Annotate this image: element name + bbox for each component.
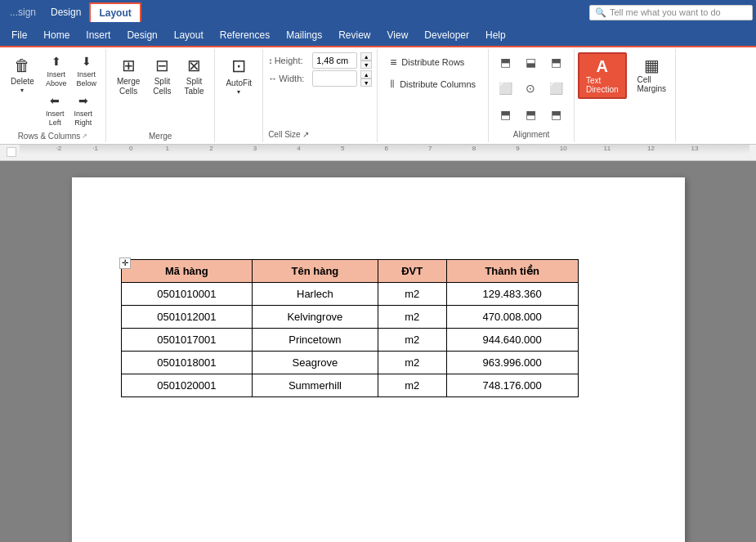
menu-tab-layout[interactable]: Layout [166,26,212,44]
insert-below-button[interactable]: ⬇ InsertBelow [72,52,101,90]
insert-right-icon: ➡ [78,94,88,108]
tab-design-ctx[interactable]: Design [42,3,89,21]
col-header-0: Mã hàng [121,259,253,282]
table-cell: 0501018001 [121,351,253,374]
ruler-inner: ·2 ·1 0 1 2 3 4 5 6 7 8 9 10 11 12 13 [20,145,749,160]
height-down-button[interactable]: ▼ [360,60,372,69]
table-cell: 129.483.360 [446,282,578,305]
menu-tab-review[interactable]: Review [330,26,378,44]
tab-layout-ctx[interactable]: Layout [89,2,141,22]
distribute-cols-button[interactable]: ⦀ Distribute Columns [384,74,481,94]
width-up-button[interactable]: ▲ [360,70,372,78]
autofit-icon: ⊡ [231,56,246,77]
cell-size-expand-icon[interactable]: ↗ [302,130,309,139]
table-row: 0501020001Summerhillm2748.176.000 [121,374,578,396]
align-bottom-left-button[interactable]: ⬒ [494,105,517,124]
rows-cols-title: Rows & Columns ↗ [18,130,88,141]
insert-top-row: ⬆ InsertAbove ⬇ InsertBelow [42,52,101,90]
table-move-handle[interactable]: ✛ [119,258,131,269]
insert-above-icon: ⬆ [51,55,61,69]
split-cells-icon: ⊟ [155,56,169,75]
align-middle-right-button[interactable]: ⬜ [544,78,567,98]
table-cell: 0501012001 [121,305,253,328]
table-cell: Princetown [253,328,378,351]
menu-tab-file[interactable]: File [3,26,35,44]
align-top-center-button[interactable]: ⬓ [519,52,542,72]
width-input[interactable] [312,70,357,87]
menu-tab-references[interactable]: References [212,26,278,44]
menu-tab-home[interactable]: Home [35,26,78,44]
table-cell: m2 [378,374,446,396]
delete-button[interactable]: 🗑 Delete ▾ [5,52,40,97]
cell-size-group: ↕ Height: ▲ ▼ ↔ Width: ▲ ▼ Cell Size ↗ [263,49,378,142]
distribute-rows-button[interactable]: ≡ Distribute Rows [384,52,481,72]
table-cell: Seagrove [253,351,378,374]
search-box[interactable]: 🔍 Tell me what you want to do [589,5,753,20]
autofit-group: ⊡ AutoFit ▾ [215,49,263,142]
insert-right-button[interactable]: ➡ InsertRight [69,92,96,129]
menu-tab-developer[interactable]: Developer [416,26,477,44]
ruler: ·2 ·1 0 1 2 3 4 5 6 7 8 9 10 11 12 13 [0,145,756,161]
align-top-left-button[interactable]: ⬒ [494,52,517,72]
merge-cells-icon: ⊞ [122,56,136,75]
align-bottom-right-button[interactable]: ⬒ [544,105,567,124]
ribbon: 🗑 Delete ▾ ⬆ InsertAbove ⬇ InsertBelow [0,47,756,145]
text-direction-button[interactable]: A TextDirection [578,52,626,99]
alignment-buttons: ⬒ ⬓ ⬒ ⬜ ⊙ ⬜ ⬒ ⬒ ⬒ [494,52,569,130]
autofit-buttons: ⊡ AutoFit ▾ [220,52,257,139]
width-down-button[interactable]: ▼ [360,78,372,87]
tab-bar: ...sign Design Layout 🔍 Tell me what you… [0,0,756,25]
rows-cols-expand-icon[interactable]: ↗ [82,132,87,140]
table-cell: Summerhill [253,374,378,396]
table-cell: m2 [378,305,446,328]
col-header-2: ĐVT [378,259,446,282]
merge-buttons: ⊞ MergeCells ⊟ SplitCells ⊠ SplitTable [111,52,210,130]
height-row: ↕ Height: ▲ ▼ [268,52,372,69]
menu-tab-bar: File Home Insert Design Layout Reference… [0,25,756,47]
table-cell: Harlech [253,282,378,305]
text-direction-section: A TextDirection [578,52,626,99]
align-top-right-button[interactable]: ⬒ [544,52,567,72]
insert-bottom-row: ⬅ InsertLeft ➡ InsertRight [42,92,101,129]
insert-left-button[interactable]: ⬅ InsertLeft [42,92,69,129]
width-label: ↔ Width: [268,74,309,83]
insert-below-icon: ⬇ [82,55,92,69]
menu-tab-design[interactable]: Design [119,26,165,44]
autofit-dropdown-arrow: ▾ [237,88,240,96]
table-cell: m2 [378,282,446,305]
table-header-row: Mã hàng Tên hàng ĐVT Thành tiền [121,259,578,282]
align-bottom-center-button[interactable]: ⬒ [519,105,542,124]
height-label: ↕ Height: [268,56,309,65]
table-cell: 0501017001 [121,328,253,351]
menu-tab-insert[interactable]: Insert [78,26,119,44]
table-row: 0501010001Harlechm2129.483.360 [121,282,578,305]
align-middle-center-button[interactable]: ⊙ [519,78,542,98]
autofit-button[interactable]: ⊡ AutoFit ▾ [220,52,257,99]
text-direction-group: A TextDirection ▦ CellMargins [575,49,676,142]
delete-icon: 🗑 [14,56,30,75]
height-icon: ↕ [268,56,273,65]
col-header-1: Tên hàng [253,259,378,282]
col-header-3: Thành tiền [446,259,578,282]
width-spinner[interactable]: ▲ ▼ [360,70,372,87]
menu-tab-mailings[interactable]: Mailings [278,26,330,44]
rows-cols-buttons: 🗑 Delete ▾ ⬆ InsertAbove ⬇ InsertBelow [5,52,101,130]
cell-margins-button[interactable]: ▦ CellMargins [632,52,673,96]
height-spinner[interactable]: ▲ ▼ [360,52,372,69]
distribute-cols-icon: ⦀ [390,77,395,91]
insert-above-button[interactable]: ⬆ InsertAbove [42,52,71,90]
alignment-group: ⬒ ⬓ ⬒ ⬜ ⊙ ⬜ ⬒ ⬒ ⬒ Alignment [489,49,575,142]
data-table: Mã hàng Tên hàng ĐVT Thành tiền 05010100… [121,259,579,397]
merge-title: Merge [149,130,172,141]
table-cell: 748.176.000 [446,374,578,396]
split-table-button[interactable]: ⊠ SplitTable [179,52,210,100]
table-cell: Kelvingrove [253,305,378,328]
split-cells-button[interactable]: ⊟ SplitCells [147,52,177,100]
height-up-button[interactable]: ▲ [360,52,372,60]
merge-cells-button[interactable]: ⊞ MergeCells [111,52,145,100]
menu-tab-view[interactable]: View [379,26,417,44]
menu-tab-help[interactable]: Help [477,26,514,44]
align-middle-left-button[interactable]: ⬜ [494,78,517,98]
height-input[interactable] [312,52,357,69]
search-placeholder: Tell me what you want to do [610,7,721,17]
